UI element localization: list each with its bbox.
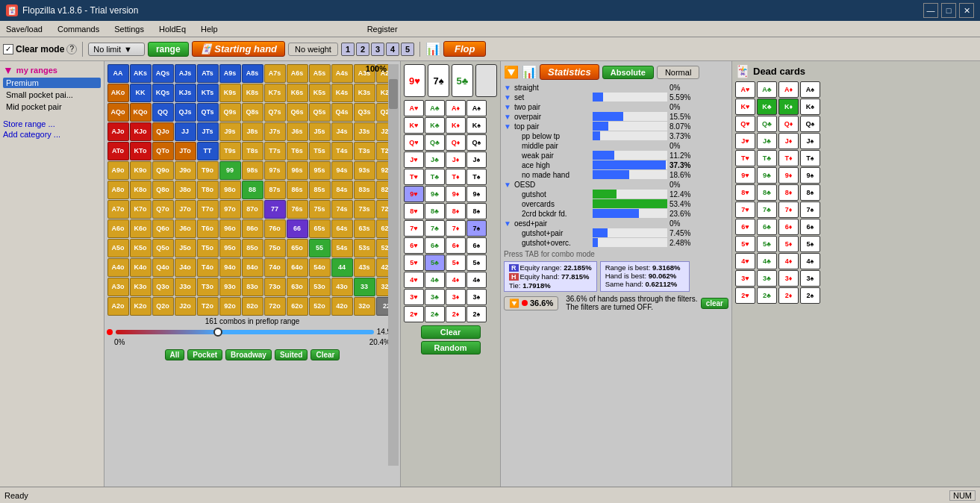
matrix-cell-T7s[interactable]: T7s xyxy=(264,142,286,160)
matrix-cell-88[interactable]: 88 xyxy=(242,181,263,199)
dead-cell-Js[interactable]: J♠ xyxy=(800,133,820,149)
dead-cell-Tc[interactable]: T♣ xyxy=(757,150,777,166)
matrix-cell-87s[interactable]: 87s xyxy=(264,181,286,199)
matrix-cell-T6o[interactable]: T6o xyxy=(197,219,219,238)
matrix-cell-T9s[interactable]: T9s xyxy=(219,142,241,160)
dead-cell-9d[interactable]: 9♦ xyxy=(778,167,799,184)
dead-cell-9h[interactable]: 9♥ xyxy=(735,167,755,184)
dead-cell-3d[interactable]: 3♦ xyxy=(778,270,799,287)
matrix-cell-A4o[interactable]: A4o xyxy=(107,258,129,277)
flop-cell-Th[interactable]: T♥ xyxy=(404,169,424,185)
matrix-cell-T9o[interactable]: T9o xyxy=(197,161,219,180)
matrix-cell-64o[interactable]: 64o xyxy=(287,258,308,277)
matrix-cell-K6o[interactable]: K6o xyxy=(130,219,152,238)
matrix-cell-A9o[interactable]: A9o xyxy=(107,161,129,180)
flop-cell-7c[interactable]: 7♣ xyxy=(425,220,445,237)
dead-cell-Jh[interactable]: J♥ xyxy=(735,133,755,149)
matrix-cell-43s[interactable]: 43s xyxy=(354,258,375,277)
matrix-cell-T3o[interactable]: T3o xyxy=(197,278,219,296)
menu-commands[interactable]: Commands xyxy=(54,24,102,34)
matrix-cell-J2o[interactable]: J2o xyxy=(175,297,196,316)
matrix-cell-QJs[interactable]: QJs xyxy=(175,103,196,122)
menu-saveload[interactable]: Save/load xyxy=(3,24,46,34)
matrix-cell-54s[interactable]: 54s xyxy=(331,239,353,257)
matrix-cell-K7o[interactable]: K7o xyxy=(130,200,152,219)
flop-cell-4s[interactable]: 4♠ xyxy=(466,272,487,288)
flop-cell-8h[interactable]: 8♥ xyxy=(404,203,424,219)
filter-clear-button[interactable]: clear xyxy=(701,298,728,309)
menu-help[interactable]: Help xyxy=(198,24,221,34)
flop-cell-Ac[interactable]: A♣ xyxy=(425,100,445,116)
dead-cell-Qd[interactable]: Q♦ xyxy=(778,116,799,132)
num-btn-2[interactable]: 2 xyxy=(356,43,369,56)
flop-cell-Qd[interactable]: Q♦ xyxy=(446,134,466,151)
matrix-cell-K3s[interactable]: K3s xyxy=(354,84,375,102)
my-ranges-link[interactable]: my ranges xyxy=(16,66,57,75)
dead-cell-2h[interactable]: 2♥ xyxy=(735,287,755,304)
flop-cell-Js[interactable]: J♠ xyxy=(466,151,487,168)
matrix-cell-T2o[interactable]: T2o xyxy=(197,297,219,316)
suited-button[interactable]: Suited xyxy=(275,349,308,360)
flop-cell-9h[interactable]: 9♥ xyxy=(404,186,424,202)
flop-cell-8c[interactable]: 8♣ xyxy=(425,203,445,219)
flop-cell-9d[interactable]: 9♦ xyxy=(446,186,466,202)
dead-cell-3c[interactable]: 3♣ xyxy=(757,270,777,287)
dead-cell-Jd[interactable]: J♦ xyxy=(778,133,799,149)
matrix-cell-TT[interactable]: TT xyxy=(197,142,219,160)
matrix-cell-97o[interactable]: 97o xyxy=(219,200,241,219)
flop-cell-4h[interactable]: 4♥ xyxy=(404,272,424,288)
matrix-cell-QQ[interactable]: QQ xyxy=(152,103,174,122)
matrix-cell-AJo[interactable]: AJo xyxy=(107,122,129,141)
flop-cell-As[interactable]: A♠ xyxy=(466,100,487,116)
flop-cell-Tc[interactable]: T♣ xyxy=(425,169,445,185)
matrix-cell-93o[interactable]: 93o xyxy=(219,278,241,296)
matrix-cell-92o[interactable]: 92o xyxy=(219,297,241,316)
normal-button[interactable]: Normal xyxy=(657,66,699,79)
matrix-cell-A5o[interactable]: A5o xyxy=(107,239,129,257)
matrix-cell-ATo[interactable]: ATo xyxy=(107,142,129,160)
flop-cell-2d[interactable]: 2♦ xyxy=(446,306,466,322)
matrix-cell-62o[interactable]: 62o xyxy=(287,297,308,316)
matrix-cell-A3o[interactable]: A3o xyxy=(107,278,129,296)
dead-cell-9s[interactable]: 9♠ xyxy=(800,167,820,184)
flop-cell-Ts[interactable]: T♠ xyxy=(466,169,487,185)
matrix-cell-AQs[interactable]: AQs xyxy=(152,64,174,83)
matrix-cell-Q5s[interactable]: Q5s xyxy=(309,103,331,122)
matrix-cell-KQo[interactable]: KQo xyxy=(130,103,152,122)
flop-cell-5d[interactable]: 5♦ xyxy=(446,254,466,271)
matrix-cell-A7o[interactable]: A7o xyxy=(107,200,129,219)
matrix-cell-63s[interactable]: 63s xyxy=(354,219,375,238)
num-btn-4[interactable]: 4 xyxy=(386,43,399,56)
matrix-cell-72o[interactable]: 72o xyxy=(264,297,286,316)
matrix-cell-95s[interactable]: 95s xyxy=(309,161,331,180)
matrix-cell-A8o[interactable]: A8o xyxy=(107,181,129,199)
matrix-cell-AJs[interactable]: AJs xyxy=(175,64,196,83)
matrix-cell-QTo[interactable]: QTo xyxy=(152,142,174,160)
flop-cell-5s[interactable]: 5♠ xyxy=(466,254,487,271)
dead-cell-4c[interactable]: 4♣ xyxy=(757,253,777,269)
menu-register[interactable]: Register xyxy=(364,24,401,34)
matrix-cell-J6o[interactable]: J6o xyxy=(175,219,196,238)
dead-cell-2d[interactable]: 2♦ xyxy=(778,287,799,304)
dead-cell-Kc[interactable]: K♣ xyxy=(757,99,777,115)
menu-holdeq[interactable]: HoldEq xyxy=(156,24,189,34)
matrix-cell-42o[interactable]: 42o xyxy=(331,297,353,316)
matrix-cell-Q7s[interactable]: Q7s xyxy=(264,103,286,122)
matrix-cell-T3s[interactable]: T3s xyxy=(354,142,375,160)
matrix-cell-43o[interactable]: 43o xyxy=(331,278,353,296)
matrix-cell-65s[interactable]: 65s xyxy=(309,219,331,238)
matrix-cell-33[interactable]: 33 xyxy=(354,278,375,296)
flop-cell-7d[interactable]: 7♦ xyxy=(446,220,466,237)
flop-cell-8d[interactable]: 8♦ xyxy=(446,203,466,219)
starting-hand-button[interactable]: 🃏 Starting hand xyxy=(192,41,285,57)
matrix-cell-Q8s[interactable]: Q8s xyxy=(242,103,263,122)
matrix-cell-86s[interactable]: 86s xyxy=(287,181,308,199)
matrix-cell-KJo[interactable]: KJo xyxy=(130,122,152,141)
matrix-cell-T4o[interactable]: T4o xyxy=(197,258,219,277)
flop-cell-Kc[interactable]: K♣ xyxy=(425,117,445,134)
dead-cell-Td[interactable]: T♦ xyxy=(778,150,799,166)
matrix-cell-KJs[interactable]: KJs xyxy=(175,84,196,102)
matrix-cell-97s[interactable]: 97s xyxy=(264,161,286,180)
flop-cell-6d[interactable]: 6♦ xyxy=(446,237,466,254)
dead-cell-Qs[interactable]: Q♠ xyxy=(800,116,820,132)
